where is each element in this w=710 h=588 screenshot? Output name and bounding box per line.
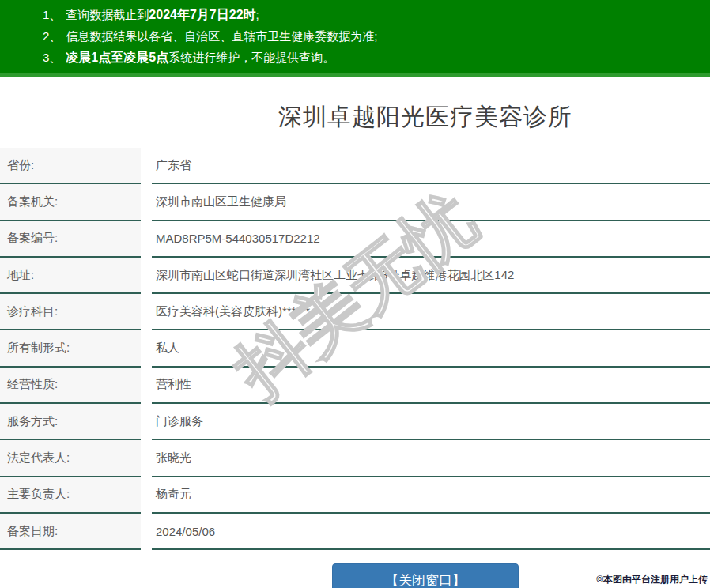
table-row-legal-representative: 法定代表人: 张晓光: [0, 440, 710, 477]
close-window-button[interactable]: 【关闭窗口】: [332, 564, 519, 588]
row-label: 备案编号:: [0, 221, 141, 258]
row-label: 所有制形式:: [0, 330, 141, 367]
row-label: 省份:: [0, 148, 141, 184]
row-value: 营利性: [152, 368, 710, 404]
row-value: 杨奇元: [152, 477, 710, 514]
row-label: 经营性质:: [0, 368, 141, 404]
table-row-service-mode: 服务方式: 门诊服务: [0, 404, 710, 440]
row-value: MAD8RP5M-544030517D2212: [152, 221, 710, 258]
row-label: 法定代表人:: [0, 440, 141, 477]
row-label: 备案日期:: [0, 514, 141, 550]
row-value: 深圳市南山区蛇口街道深圳湾社区工业七路8号卓越维港花园北区142: [152, 258, 710, 294]
row-label: 主要负责人:: [0, 477, 141, 514]
notice-text: ;: [256, 8, 259, 21]
table-row-record-date: 备案日期: 2024/05/06: [0, 514, 710, 550]
row-label: 备案机关:: [0, 184, 141, 220]
notice-text: 信息数据结果以各省、自治区、直辖市卫生健康委数据为准;: [66, 29, 377, 43]
notice-number: 1、: [43, 8, 61, 21]
row-value: 深圳市南山区卫生健康局: [152, 184, 710, 220]
row-value: 私人: [152, 330, 710, 367]
row-value: 医疗美容科(美容皮肤科)******: [152, 294, 710, 330]
notice-number: 3、: [43, 51, 61, 64]
page: 1、查询数据截止到2024年7月7日22时; 2、信息数据结果以各省、自治区、直…: [0, 0, 710, 588]
notice-text: 系统进行维护，不能提供查询。: [168, 51, 334, 64]
table-row-address: 地址: 深圳市南山区蛇口街道深圳湾社区工业七路8号卓越维港花园北区142: [0, 258, 710, 294]
row-label: 地址:: [0, 258, 141, 294]
table-row-business-nature: 经营性质: 营利性: [0, 368, 710, 404]
page-title: 深圳卓越阳光医疗美容诊所: [0, 104, 710, 130]
table-row-principal: 主要负责人: 杨奇元: [0, 477, 710, 514]
notice-text-bold: 2024年7月7日22时: [149, 8, 255, 21]
row-value: 门诊服务: [152, 404, 710, 440]
notice-number: 2、: [43, 29, 61, 43]
notice-line-2: 2、信息数据结果以各省、自治区、直辖市卫生健康委数据为准;: [0, 25, 710, 47]
table-row-record-number: 备案编号: MAD8RP5M-544030517D2212: [0, 221, 710, 258]
registration-info-table: 省份: 广东省 备案机关: 深圳市南山区卫生健康局 备案编号: MAD8RP5M…: [0, 148, 710, 550]
row-label: 诊疗科目:: [0, 294, 141, 330]
table-row-authority: 备案机关: 深圳市南山区卫生健康局: [0, 184, 710, 220]
notice-banner: 1、查询数据截止到2024年7月7日22时; 2、信息数据结果以各省、自治区、直…: [0, 0, 710, 77]
row-value: 张晓光: [152, 440, 710, 477]
upload-copyright-note: ©本图由平台注册用户上传: [596, 573, 708, 586]
table-row-province: 省份: 广东省: [0, 148, 710, 184]
notice-text: 查询数据截止到: [66, 8, 149, 21]
notice-line-1: 1、查询数据截止到2024年7月7日22时;: [0, 4, 710, 25]
row-label: 服务方式:: [0, 404, 141, 440]
table-row-ownership: 所有制形式: 私人: [0, 330, 710, 367]
row-value: 广东省: [152, 148, 710, 184]
notice-text-bold: 凌晨1点至凌晨5点: [66, 51, 168, 64]
row-value: 2024/05/06: [152, 514, 710, 550]
table-row-treatment-subjects: 诊疗科目: 医疗美容科(美容皮肤科)******: [0, 294, 710, 330]
notice-line-3: 3、凌晨1点至凌晨5点系统进行维护，不能提供查询。: [0, 47, 710, 68]
